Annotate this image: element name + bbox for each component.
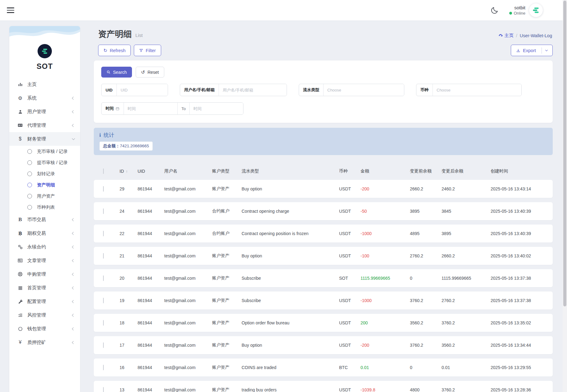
refresh-button[interactable]: ↻ Refresh (98, 45, 131, 56)
sidebar-item-finance-management[interactable]: $ 财务管理 (9, 132, 80, 146)
cell-balance-after: 3895 (442, 231, 491, 236)
column-header-id[interactable]: ID ↑ (120, 169, 138, 174)
sidebar-logo (38, 44, 52, 58)
cell-balance-after: 3760.2 (442, 320, 491, 325)
sidebar-item-perpetual-contract[interactable]: 永续合约 (9, 240, 80, 254)
table-row[interactable]: 18 861944 test@gmail.com 账户资产 Option ord… (94, 314, 553, 332)
table-row[interactable]: 19 861944 test@gmail.com 账户资产 Subscribe … (94, 292, 553, 310)
cell-created-at: 2025-05-16 13:29:55 (491, 365, 553, 370)
sidebar-item-staking-mining[interactable]: ¥ 质押挖矿 (9, 336, 80, 349)
vertical-scrollbar[interactable] (563, 0, 567, 392)
cell-uid: 861944 (138, 387, 164, 392)
flow-type-select[interactable] (324, 84, 404, 96)
row-checkbox[interactable] (103, 320, 104, 326)
coin-select[interactable] (433, 84, 521, 96)
select-all-checkbox[interactable] (103, 168, 104, 174)
sidebar-subitem-user-assets[interactable]: 用户资产 (9, 190, 80, 202)
table-row[interactable]: 21 861944 test@gmail.com 账户资产 Buy option… (94, 247, 553, 265)
sidebar-subitem-deposit-review[interactable]: 充币审核 / 记录 (9, 146, 80, 157)
avatar[interactable] (529, 3, 543, 17)
undo-icon: ↺ (141, 69, 145, 75)
cell-balance-before: 3760.2 (410, 343, 442, 348)
cell-account-type: 账户资产 (212, 186, 242, 192)
sidebar-item-home[interactable]: 主页 (9, 78, 80, 91)
time-from-input[interactable] (124, 103, 177, 114)
cell-flow-type: Contract opening charge (242, 209, 339, 214)
time-to-label: To (177, 103, 190, 114)
life-ring-icon (17, 271, 23, 277)
table-row[interactable]: 24 861944 test@gmail.com 合约账户 Contract o… (94, 202, 553, 220)
cell-flow-type: Buy option (242, 186, 339, 191)
sidebar-subitem-coin-list[interactable]: 币种列表 (9, 202, 80, 213)
breadcrumb-current[interactable]: User-Wallet-Log (520, 33, 552, 38)
user-menu[interactable]: sotbit Online (509, 3, 543, 17)
sidebar-item-user-management[interactable]: 用户管理 (9, 105, 80, 118)
sidebar-item-option-trade[interactable]: ฿ 期权交易 (9, 226, 80, 240)
sidebar-subitem-transfer-records[interactable]: 划转记录 (9, 168, 80, 179)
row-checkbox[interactable] (103, 208, 104, 214)
chevron-left-icon (72, 327, 75, 330)
dark-mode-moon-icon[interactable] (491, 6, 499, 14)
cell-account-type: 账户资产 (212, 387, 242, 392)
cell-username: test@gmail.com (164, 231, 212, 236)
user-input[interactable] (219, 84, 287, 96)
sidebar-item-config-management[interactable]: 配置管理 (9, 295, 80, 308)
table-row[interactable]: 13 861944 test@gmail.com 账户资产 trading bu… (94, 381, 553, 392)
funnel-icon (139, 48, 143, 52)
row-checkbox[interactable] (103, 387, 104, 392)
info-icon: i (99, 132, 101, 138)
coin-field-group: 币种 (416, 84, 522, 96)
sidebar-item-wallet-management[interactable]: 钱包管理 (9, 322, 80, 336)
column-header-coin: 币种 (339, 168, 361, 174)
sidebar-subitem-withdraw-review[interactable]: 提币审核 / 记录 (9, 157, 80, 168)
newspaper-icon (17, 257, 23, 264)
table-row[interactable]: 22 861944 test@gmail.com 合约账户 Contract o… (94, 225, 553, 243)
time-to-input[interactable] (190, 103, 243, 114)
filter-button[interactable]: Filter (134, 45, 161, 56)
sidebar-item-subscription-management[interactable]: 申购管理 (9, 267, 80, 281)
cell-uid: 861944 (138, 343, 164, 348)
uid-input[interactable] (117, 84, 168, 96)
row-checkbox[interactable] (103, 298, 104, 303)
cell-created-at: 2025-05-16 13:28:36 (491, 387, 553, 392)
row-checkbox[interactable] (103, 275, 104, 281)
cell-coin: SOT (339, 276, 361, 281)
cell-flow-type: Subscribe (242, 298, 339, 303)
cell-uid: 861944 (138, 186, 164, 191)
table-row[interactable]: 29 861944 test@gmail.com 账户资产 Buy option… (94, 180, 553, 198)
online-status-dot (509, 12, 512, 15)
sidebar-item-system[interactable]: ⚙ 系统 (9, 91, 80, 105)
table-row[interactable]: 17 861944 test@gmail.com 账户资产 Buy option… (94, 336, 553, 354)
statistics-box: i 统计 总金额：7421.20669665 (94, 128, 553, 155)
sidebar-item-agent-management[interactable]: 代理管理 (9, 118, 80, 132)
row-checkbox[interactable] (103, 253, 104, 259)
search-button[interactable]: Search (101, 67, 132, 78)
hamburger-menu-icon[interactable] (7, 7, 14, 13)
table-row[interactable]: 20 861944 test@gmail.com 账户资产 Subscribe … (94, 269, 553, 287)
cell-balance-before: 2760.2 (410, 253, 442, 258)
sort-ascending-icon[interactable]: ↑ (126, 169, 128, 174)
export-dropdown-caret[interactable] (542, 47, 547, 54)
reset-button[interactable]: ↺ Reset (136, 67, 164, 78)
cell-account-type: 合约账户 (212, 208, 242, 214)
cell-account-type: 账户资产 (212, 365, 242, 370)
scrollbar-thumb[interactable] (563, 1, 566, 306)
sidebar-item-homepage-management[interactable]: 首页管理 (9, 281, 80, 295)
row-checkbox[interactable] (103, 186, 104, 192)
sidebar-subitem-asset-details[interactable]: 资产明细 (9, 179, 80, 190)
row-checkbox[interactable] (103, 231, 104, 236)
row-checkbox[interactable] (103, 365, 104, 370)
breadcrumb-home-link[interactable]: 主页 (498, 33, 514, 38)
cell-balance-after: 0.01 (442, 365, 491, 370)
sidebar-item-article-management[interactable]: 文章管理 (9, 254, 80, 267)
table-row[interactable]: 16 861944 test@gmail.com 账户资产 COINS are … (94, 359, 553, 376)
row-checkbox[interactable] (103, 342, 104, 348)
cell-flow-type: Buy option (242, 253, 339, 258)
sidebar-item-spot-trade[interactable]: B 币币交易 (9, 213, 80, 226)
cell-balance-after: 2660.2 (442, 253, 491, 258)
column-header-balance-before: 变更前余额 (410, 168, 442, 174)
export-button[interactable]: Export (511, 45, 553, 56)
sidebar-item-risk-management[interactable]: 风控管理 (9, 308, 80, 322)
cell-created-at: 2025-05-16 13:43:14 (491, 186, 553, 191)
chevron-left-icon (72, 341, 75, 344)
